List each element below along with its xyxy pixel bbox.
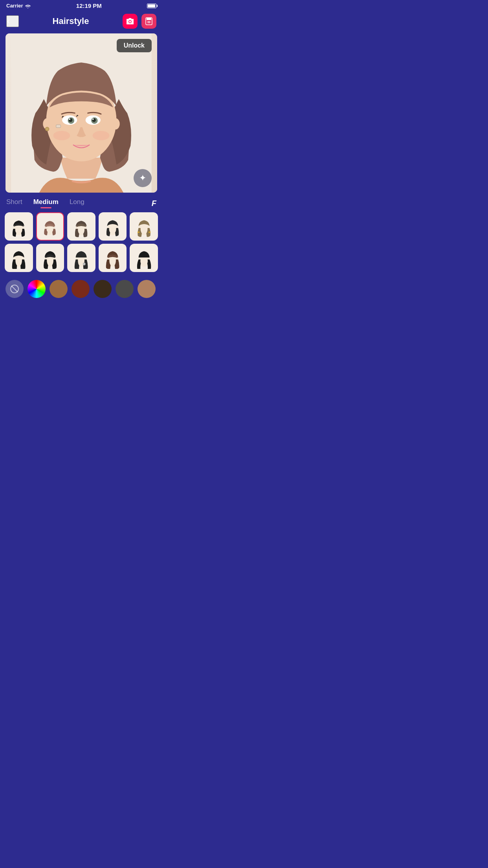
hairstyle-item-9[interactable]	[99, 244, 127, 272]
image-area: Unlock ✦	[0, 33, 163, 193]
battery-area	[147, 4, 156, 8]
color-swatch-red-brown[interactable]	[72, 280, 90, 298]
svg-rect-5	[147, 22, 150, 23]
tab-medium[interactable]: Medium	[33, 198, 59, 208]
carrier-area: Carrier	[6, 3, 31, 9]
hairstyle-item-4[interactable]	[99, 212, 127, 241]
magic-wand-button[interactable]: ✦	[134, 169, 152, 187]
save-button[interactable]	[141, 14, 156, 29]
unlock-badge[interactable]: Unlock	[117, 39, 152, 52]
svg-point-17	[69, 118, 70, 120]
hairstyle-item-10[interactable]	[130, 244, 158, 272]
magic-icon: ✦	[139, 173, 146, 183]
camera-button[interactable]	[123, 14, 138, 29]
color-swatch-dark-gray[interactable]	[116, 280, 134, 298]
svg-rect-3	[147, 18, 151, 20]
hairstyle-item-8[interactable]	[67, 244, 95, 272]
hairstyle-item-2[interactable]	[36, 212, 64, 241]
svg-point-33	[83, 263, 85, 265]
hairstyle-item-3[interactable]	[67, 212, 95, 241]
svg-point-18	[92, 118, 94, 120]
hairstyle-grid	[0, 208, 163, 276]
color-swatch-none[interactable]	[6, 280, 24, 298]
header-actions	[123, 14, 156, 29]
color-swatch-dark-brown[interactable]	[94, 280, 112, 298]
tabs-section: Short Medium Long F	[0, 193, 163, 208]
hairstyle-item-5[interactable]	[130, 212, 158, 241]
battery-icon	[147, 4, 156, 8]
wifi-icon	[25, 4, 31, 8]
length-tabs: Short Medium Long	[6, 198, 84, 208]
svg-point-20	[93, 131, 110, 140]
gender-toggle[interactable]: F	[152, 199, 156, 208]
color-swatch-brown[interactable]	[50, 280, 68, 298]
hairstyle-item-1[interactable]	[5, 212, 33, 241]
svg-point-0	[27, 8, 28, 8]
tab-long[interactable]: Long	[70, 198, 84, 208]
header: ‹ Hairstyle	[0, 11, 163, 33]
clock: 12:19 PM	[76, 2, 102, 9]
color-swatch-rainbow[interactable]	[28, 280, 46, 298]
svg-point-9	[45, 127, 49, 131]
hairstyle-item-6[interactable]	[5, 244, 33, 272]
main-photo: Unlock ✦	[6, 33, 157, 193]
svg-rect-29	[149, 232, 150, 233]
svg-rect-21	[56, 125, 61, 127]
hairstyle-item-7[interactable]	[36, 244, 64, 272]
svg-rect-4	[147, 21, 150, 22]
svg-rect-28	[138, 232, 139, 233]
color-swatches-row	[0, 276, 163, 304]
back-button[interactable]: ‹	[6, 15, 19, 27]
svg-point-10	[111, 118, 119, 130]
tab-short[interactable]: Short	[6, 198, 22, 208]
svg-point-24	[47, 228, 48, 230]
photo-container: Unlock ✦	[6, 33, 157, 193]
color-swatch-tan[interactable]	[138, 280, 156, 298]
status-bar: Carrier 12:19 PM	[0, 0, 163, 11]
svg-line-37	[11, 286, 18, 292]
carrier-label: Carrier	[6, 3, 23, 9]
svg-point-1	[129, 21, 131, 23]
page-title: Hairstyle	[19, 16, 123, 26]
svg-point-19	[53, 131, 70, 140]
